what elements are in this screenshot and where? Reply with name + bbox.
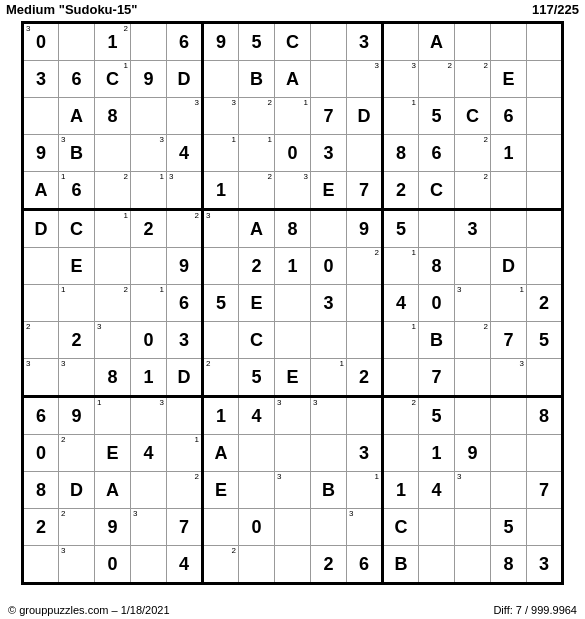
grid-cell[interactable]: 2 [239,248,275,285]
grid-cell[interactable]: 3 [491,359,527,397]
grid-cell[interactable]: 21 [95,23,131,61]
grid-cell[interactable] [491,210,527,248]
grid-cell[interactable] [311,322,347,359]
grid-cell[interactable]: 6 [167,285,203,322]
grid-cell[interactable]: 5 [419,397,455,435]
grid-cell[interactable] [275,546,311,584]
grid-cell[interactable]: 3 [275,172,311,210]
grid-cell[interactable] [203,509,239,546]
grid-cell[interactable]: 3 [311,397,347,435]
grid-cell[interactable]: 7 [527,472,563,509]
grid-cell[interactable] [347,322,383,359]
grid-cell[interactable]: D [167,61,203,98]
grid-cell[interactable]: 3 [23,61,59,98]
grid-cell[interactable]: 4 [131,435,167,472]
grid-cell[interactable]: 1 [347,472,383,509]
grid-cell[interactable]: A [59,98,95,135]
grid-cell[interactable] [311,435,347,472]
grid-cell[interactable] [527,435,563,472]
grid-cell[interactable]: 1 [491,285,527,322]
grid-cell[interactable]: 8 [95,98,131,135]
grid-cell[interactable]: 2 [131,210,167,248]
grid-cell[interactable] [455,248,491,285]
grid-cell[interactable]: 1 [131,172,167,210]
grid-cell[interactable]: 5 [491,509,527,546]
grid-cell[interactable] [491,23,527,61]
grid-cell[interactable] [455,509,491,546]
grid-cell[interactable]: 1 [383,322,419,359]
grid-cell[interactable]: 0 [419,285,455,322]
grid-cell[interactable]: B [383,546,419,584]
grid-cell[interactable]: 8 [275,210,311,248]
grid-cell[interactable]: 3 [347,509,383,546]
grid-cell[interactable]: C [383,509,419,546]
grid-cell[interactable]: 1 [383,248,419,285]
grid-cell[interactable]: 1 [491,135,527,172]
grid-cell[interactable]: 2 [527,285,563,322]
grid-cell[interactable]: 3B [59,135,95,172]
grid-cell[interactable]: 3 [455,210,491,248]
grid-cell[interactable]: 6 [167,23,203,61]
grid-cell[interactable]: 1 [419,435,455,472]
grid-cell[interactable] [275,285,311,322]
grid-cell[interactable] [491,472,527,509]
grid-cell[interactable]: 2 [95,285,131,322]
grid-cell[interactable] [275,435,311,472]
grid-cell[interactable]: E [275,359,311,397]
grid-cell[interactable]: 1 [167,435,203,472]
grid-cell[interactable]: 6 [419,135,455,172]
grid-cell[interactable]: 2 [455,172,491,210]
grid-cell[interactable]: 4 [167,546,203,584]
grid-cell[interactable] [455,546,491,584]
grid-cell[interactable]: 4 [167,135,203,172]
grid-cell[interactable]: 8 [95,359,131,397]
grid-cell[interactable]: 2 [455,61,491,98]
grid-cell[interactable]: 2 [23,509,59,546]
grid-cell[interactable]: 3 [23,359,59,397]
grid-cell[interactable]: 6 [347,546,383,584]
grid-cell[interactable]: 3 [131,509,167,546]
grid-cell[interactable]: 2 [95,172,131,210]
grid-cell[interactable]: 4 [239,397,275,435]
grid-cell[interactable] [527,248,563,285]
grid-cell[interactable]: 0 [95,546,131,584]
grid-cell[interactable] [203,61,239,98]
grid-cell[interactable]: 5 [239,359,275,397]
grid-cell[interactable] [527,210,563,248]
grid-cell[interactable]: 1 [275,98,311,135]
grid-cell[interactable] [455,23,491,61]
grid-cell[interactable]: 2 [203,546,239,584]
grid-cell[interactable] [527,61,563,98]
grid-cell[interactable] [383,23,419,61]
grid-cell[interactable]: 3 [203,98,239,135]
grid-cell[interactable] [383,359,419,397]
grid-cell[interactable]: A [239,210,275,248]
grid-cell[interactable]: 2 [239,172,275,210]
grid-cell[interactable]: C [59,210,95,248]
grid-cell[interactable]: D [23,210,59,248]
grid-cell[interactable]: 2 [347,359,383,397]
grid-cell[interactable]: 9 [167,248,203,285]
grid-cell[interactable]: 2 [23,322,59,359]
grid-cell[interactable] [203,322,239,359]
grid-cell[interactable]: 3 [59,359,95,397]
grid-cell[interactable]: E [239,285,275,322]
grid-cell[interactable]: 3 [131,397,167,435]
grid-cell[interactable]: E [311,172,347,210]
grid-cell[interactable] [167,397,203,435]
grid-cell[interactable]: 2 [383,397,419,435]
grid-cell[interactable]: 3 [383,61,419,98]
grid-cell[interactable] [311,509,347,546]
grid-cell[interactable] [491,435,527,472]
grid-cell[interactable]: 9 [95,509,131,546]
grid-cell[interactable] [527,135,563,172]
grid-cell[interactable]: 6 [491,98,527,135]
grid-cell[interactable]: 3 [455,472,491,509]
grid-cell[interactable]: 7 [419,359,455,397]
grid-cell[interactable] [527,509,563,546]
grid-cell[interactable] [347,397,383,435]
grid-cell[interactable]: D [491,248,527,285]
grid-cell[interactable]: 0 [311,248,347,285]
grid-cell[interactable]: 1 [311,359,347,397]
grid-cell[interactable]: 1 [275,248,311,285]
